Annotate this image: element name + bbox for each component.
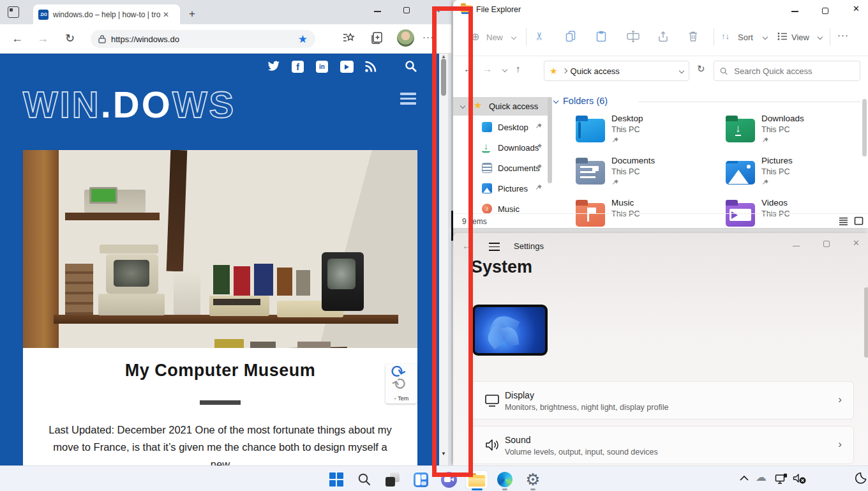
fe-close-button[interactable]: ✕ — [853, 4, 860, 13]
profile-avatar[interactable] — [397, 29, 414, 47]
sidebar-item-downloads[interactable]: ↓ Downloads — [456, 139, 550, 157]
tray-chevron-up-icon[interactable] — [739, 475, 749, 481]
group-collapse-chevron-icon[interactable] — [553, 98, 558, 103]
rename-icon[interactable] — [627, 31, 640, 42]
fe-main-scrollbar[interactable] — [862, 99, 867, 156]
settings-maximize-button[interactable] — [823, 239, 830, 249]
page-float-icon[interactable]: ⟳ ⟳ - Tem — [385, 364, 417, 404]
cut-icon[interactable]: ✂ — [533, 31, 546, 40]
tab-close-icon[interactable]: ✕ — [163, 10, 169, 19]
facebook-icon[interactable]: f — [292, 61, 304, 73]
settings-close-button[interactable]: ✕ — [853, 238, 860, 248]
fe-maximize-button[interactable] — [822, 5, 828, 17]
sound-title: Sound — [505, 435, 530, 445]
fe-up-icon[interactable]: ↑ — [516, 63, 521, 74]
fe-forward-icon[interactable]: → — [483, 63, 492, 74]
sidebar-item-desktop[interactable]: Desktop — [456, 118, 550, 137]
sound-settings-row[interactable]: Sound Volume levels, output, input, soun… — [471, 426, 854, 464]
new-tab-button[interactable]: + — [189, 8, 195, 20]
large-icons-view-icon[interactable] — [854, 216, 864, 225]
copy-icon[interactable] — [565, 31, 576, 42]
folder-tile-downloads[interactable]: ↓ Downloads This PC — [726, 114, 868, 153]
folder-tile-desktop[interactable]: Desktop This PC — [576, 114, 722, 153]
settings-taskbar-button[interactable]: ⚙ — [521, 470, 544, 489]
pictures-sun — [747, 165, 751, 169]
youtube-icon[interactable] — [340, 61, 354, 73]
fe-back-icon[interactable]: ← — [463, 63, 473, 74]
refresh-icon[interactable]: ↻ — [65, 32, 75, 45]
edge-taskbar-button[interactable] — [493, 470, 516, 489]
network-tray-icon[interactable] — [775, 473, 788, 485]
new-icon[interactable]: ⊕ — [471, 31, 479, 43]
fe-minimize-button[interactable] — [791, 5, 798, 17]
edge-minimize-button[interactable] — [374, 6, 381, 15]
fe-history-chevron-icon[interactable] — [502, 67, 507, 72]
scroll-down-icon[interactable]: ▼ — [441, 451, 446, 457]
browser-tab[interactable]: .DO windows.do – help | how-to | tro ✕ — [33, 4, 180, 24]
fe-search-input[interactable] — [733, 66, 854, 77]
fe-search-box[interactable] — [714, 61, 860, 81]
rss-icon[interactable] — [364, 61, 377, 73]
share-icon[interactable] — [657, 31, 669, 42]
edge-restore-button[interactable] — [403, 6, 410, 15]
onedrive-tray-icon[interactable]: ☁ — [756, 471, 767, 484]
delete-icon[interactable] — [688, 31, 698, 42]
task-view-button[interactable] — [381, 470, 404, 489]
settings-scrollbar[interactable] — [864, 287, 868, 358]
chat-icon — [441, 472, 457, 488]
new-button[interactable]: New — [486, 33, 503, 42]
fe-refresh-icon[interactable]: ↻ — [697, 63, 705, 75]
edge-scrollbar[interactable]: ▲ ▼ — [439, 54, 448, 466]
widgets-button[interactable] — [409, 470, 432, 489]
breadcrumb-location[interactable]: Quick access — [571, 66, 680, 76]
start-button[interactable] — [325, 470, 348, 489]
documents-icon — [482, 163, 492, 173]
view-button[interactable]: View — [791, 33, 809, 42]
paste-icon[interactable] — [596, 31, 606, 42]
sort-button[interactable]: Sort — [738, 33, 753, 42]
qa-expand-chevron-icon[interactable] — [460, 103, 465, 109]
more-menu-icon[interactable]: ··· — [423, 31, 434, 42]
site-search-icon[interactable] — [405, 60, 417, 73]
settings-back-icon[interactable]: ← — [462, 240, 472, 251]
quick-access-star-icon: ★ — [474, 100, 482, 111]
breadcrumb-bar[interactable]: ★ Quick access — [544, 61, 689, 81]
sidebar-item-pictures[interactable]: Pictures — [456, 179, 550, 198]
taskbar-search-button[interactable] — [353, 470, 376, 489]
display-settings-row[interactable]: Display Monitors, brightness, night ligh… — [471, 381, 854, 419]
sort-icon: ↑↓ — [721, 31, 730, 41]
site-logo[interactable]: WIN.DOWS — [23, 83, 236, 126]
chat-button[interactable] — [437, 470, 460, 489]
article-line-2: move to France, is that it’s given me th… — [49, 439, 392, 466]
edge-close-button[interactable]: ✕ — [434, 6, 440, 15]
edge-scrollbar-thumb[interactable] — [441, 59, 446, 96]
settings-menu-icon[interactable] — [489, 241, 500, 253]
details-view-icon[interactable] — [839, 216, 848, 225]
sidebar-item-quick-access[interactable]: ★ Quick access — [453, 97, 551, 116]
site-menu-icon[interactable] — [400, 90, 416, 107]
forward-icon[interactable]: → — [37, 32, 49, 45]
favorite-star-icon[interactable]: ★ — [298, 33, 308, 46]
settings-minimize-button[interactable] — [793, 241, 800, 250]
volume-muted-tray-icon[interactable] — [793, 473, 807, 485]
address-bar[interactable]: https://windows.do ★ — [91, 30, 315, 48]
twitter-icon[interactable] — [267, 61, 280, 72]
fe-more-icon[interactable]: ··· — [837, 29, 849, 40]
sidebar-scrollbar[interactable] — [548, 97, 552, 183]
folder-tile-documents[interactable]: Documents This PC — [576, 156, 722, 195]
taskbar: ⚙ ☁ 9:06 AM 12/9/2021 — [0, 465, 868, 491]
pin-icon — [761, 179, 770, 187]
address-dropdown-icon[interactable] — [679, 68, 684, 73]
tab-actions-menu-icon[interactable] — [8, 6, 19, 18]
focus-assist-moon-icon[interactable] — [854, 472, 867, 485]
collections-icon[interactable] — [370, 31, 383, 45]
view-chevron-icon — [818, 34, 823, 40]
back-icon[interactable]: ← — [11, 32, 23, 45]
sidebar-item-documents[interactable]: Documents — [456, 159, 550, 178]
file-explorer-taskbar-button[interactable] — [465, 470, 488, 489]
folder-tile-pictures[interactable]: Pictures This PC — [726, 156, 868, 195]
pin-icon — [611, 137, 620, 145]
linkedin-icon[interactable]: in — [316, 61, 328, 73]
favorites-hub-icon[interactable] — [342, 32, 356, 45]
folders-group-header[interactable]: Folders (6) — [554, 96, 608, 106]
